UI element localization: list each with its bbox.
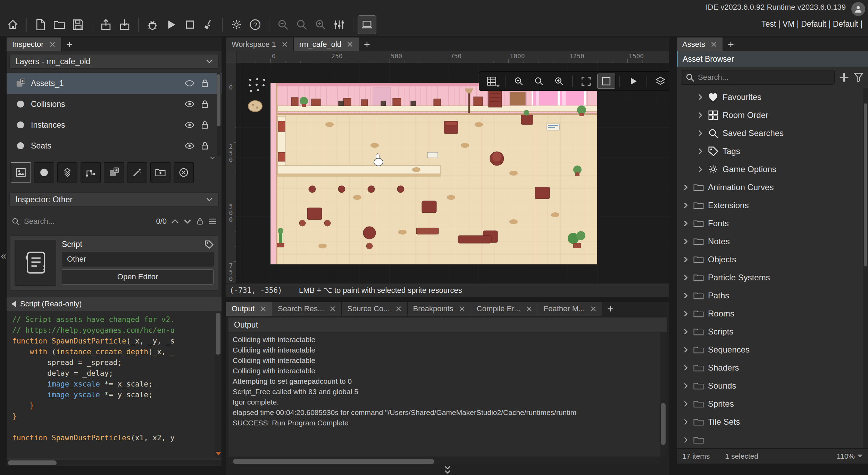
menu-icon[interactable] [208,217,217,226]
asset-tree-item-favourites[interactable]: Favourites [677,88,862,106]
add-asset-icon[interactable] [839,72,849,83]
asset-tree-item-sprites[interactable]: Sprites [677,395,862,413]
close-icon[interactable] [711,41,717,48]
asset-tree-item-particle-systems[interactable]: Particle Systems [677,269,862,287]
chevron-right-icon[interactable] [682,184,689,191]
zoom-out-button[interactable] [274,15,292,34]
add-effect-layer-button[interactable] [127,162,147,183]
close-icon[interactable] [526,306,532,312]
add-tab-button[interactable] [723,37,739,51]
add-tile-layer-button[interactable] [57,162,77,183]
layer-row-Assets_1[interactable]: Assets_1 [7,73,222,94]
asset-zoom-control[interactable]: 110% [837,452,862,460]
add-instance-layer-button[interactable] [34,162,54,183]
asset-tree-item-extensions[interactable]: Extensions [677,196,862,214]
output-tab-feather-m-[interactable]: Feather M... [538,302,603,316]
layer-row-Collisions[interactable]: Collisions [7,94,222,114]
chevron-right-icon[interactable] [697,166,704,173]
asset-tree-item-game-options[interactable]: Game Options [677,160,862,178]
asset-tree-item-sequences[interactable]: Sequences [677,341,862,359]
output-hscrollbar[interactable] [228,458,660,465]
save-project-button[interactable] [69,15,87,34]
chevron-down-icon[interactable] [183,217,192,226]
add-folder-layer-button[interactable] [150,162,170,183]
help-button[interactable]: ? [246,15,265,34]
asset-tree-item-rooms[interactable]: Rooms [677,305,862,323]
close-icon[interactable] [49,41,56,48]
add-sprite-layer-button[interactable] [11,162,31,183]
debug-button[interactable] [143,15,162,34]
run-room-button[interactable] [624,74,642,89]
chevron-right-icon[interactable] [682,436,689,443]
asset-search-input[interactable] [698,73,830,82]
visibility-eye-icon[interactable] [185,120,194,130]
asset-tree-item-scripts[interactable]: Scripts [677,323,862,341]
zoom-in-button[interactable] [311,15,330,34]
add-asset-layer-button[interactable] [104,162,124,183]
user-avatar[interactable] [851,2,865,16]
asset-tree-item-saved-searches[interactable]: Saved Searches [677,124,862,142]
add-tab-button[interactable] [61,37,77,51]
output-tab-search-res-[interactable]: Search Res... [272,302,342,316]
lock-icon[interactable] [200,78,210,88]
layer-stack-button[interactable] [651,74,669,89]
asset-tree-item-animation-curves[interactable]: Animation Curves [677,178,862,196]
asset-tree-scrollbar[interactable] [863,88,868,448]
settings-button[interactable] [227,15,246,34]
close-icon[interactable] [395,306,402,312]
asset-tree-item-sounds[interactable]: Sounds [677,377,862,395]
new-file-button[interactable] [31,15,50,34]
close-icon[interactable] [282,41,288,48]
home-button[interactable] [3,15,22,34]
package-export-button[interactable] [97,15,115,34]
output-tab-compile-er-[interactable]: Compile Er... [471,302,538,316]
build-config-text[interactable]: Test | VM | Default | Default | [761,19,862,29]
chevron-right-icon[interactable] [697,130,704,137]
room-view[interactable] [270,83,597,264]
close-icon[interactable] [260,306,266,312]
asset-tree-item-shaders[interactable]: Shaders [677,359,862,377]
chevron-right-icon[interactable] [682,418,689,425]
asset-tree-item[interactable] [677,431,862,448]
add-path-layer-button[interactable] [81,162,101,183]
zoom-out-button[interactable] [510,74,528,89]
room-canvas[interactable] [236,63,669,283]
asset-tree-item-notes[interactable]: Notes [677,232,862,251]
chevron-down-icon[interactable] [210,156,215,160]
chevron-right-icon[interactable] [682,292,689,299]
zoom-reset-button[interactable] [292,15,311,34]
script-readonly-header[interactable]: Script (Read-only) [7,297,222,311]
open-editor-button[interactable]: Open Editor [62,269,214,285]
chevron-right-icon[interactable] [682,328,689,335]
workspace-tab-rm-cafe-old[interactable]: rm_cafe_old [294,37,359,51]
lock-icon[interactable] [200,99,210,109]
inspector-hscrollbar[interactable] [7,460,222,466]
open-project-button[interactable] [50,15,69,34]
inspector-search-input[interactable] [24,217,152,226]
tag-icon[interactable] [205,240,214,249]
close-icon[interactable] [459,306,465,312]
script-name-field[interactable]: Other [62,252,214,266]
chevron-right-icon[interactable] [682,382,689,389]
chevron-right-icon[interactable] [682,202,689,209]
chevron-right-icon[interactable] [682,274,689,281]
visibility-eye-icon[interactable] [185,78,194,88]
workspace-tab-workspace-1[interactable]: Workspace 1 [226,37,294,51]
asset-tree-item-paths[interactable]: Paths [677,287,862,305]
asset-search-box[interactable] [681,70,835,85]
chevron-right-icon[interactable] [682,346,689,353]
chevron-right-icon[interactable] [682,220,689,227]
chevron-right-icon[interactable] [682,238,689,245]
tab-inspector[interactable]: Inspector [7,37,61,51]
visibility-eye-icon[interactable] [185,99,194,109]
add-delete-layer-button[interactable] [174,162,194,183]
collapse-left-panel-icon[interactable]: « [1,251,7,261]
close-icon[interactable] [329,306,336,312]
asset-tree-item-objects[interactable]: Objects [677,251,862,269]
collapse-output-button[interactable] [226,465,669,475]
output-vscrollbar[interactable] [660,332,667,457]
stop-button[interactable] [181,15,199,34]
chevron-right-icon[interactable] [682,256,689,263]
layer-row-Seats[interactable]: Seats [7,135,222,156]
asset-tree-item-room-order[interactable]: Room Order [677,106,862,124]
